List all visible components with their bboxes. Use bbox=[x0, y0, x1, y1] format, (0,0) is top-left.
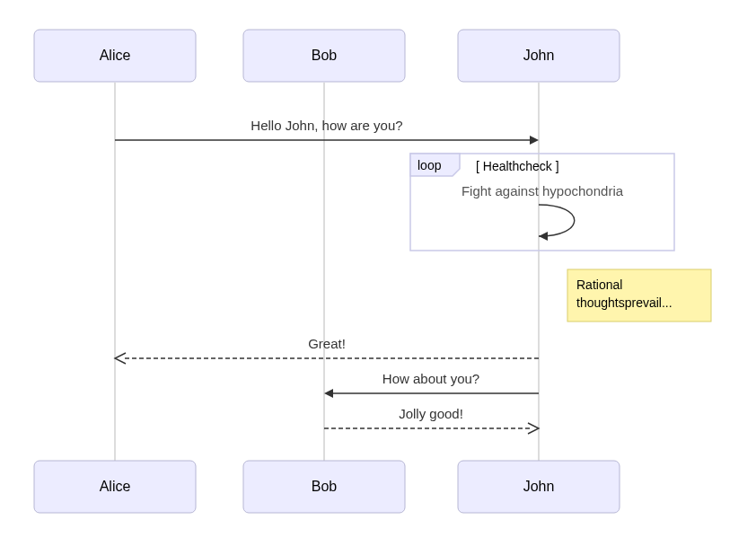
actor-alice-top-label: Alice bbox=[100, 48, 131, 63]
actor-john-bottom-label: John bbox=[523, 479, 555, 494]
msg-jolly-label: Jolly good! bbox=[399, 406, 463, 421]
msg-hello-label: Hello John, how are you? bbox=[251, 118, 402, 133]
note-line1: Rational bbox=[576, 278, 622, 292]
msg-hello-arrowhead bbox=[530, 136, 539, 145]
msg-howabout-arrowhead bbox=[324, 389, 333, 398]
msg-howabout-label: How about you? bbox=[382, 371, 479, 386]
loop-title: [ Healthcheck ] bbox=[476, 159, 559, 173]
self-loop-arrowhead bbox=[539, 232, 548, 241]
actor-john-top-label: John bbox=[523, 48, 555, 63]
actor-alice-bottom-label: Alice bbox=[100, 479, 131, 494]
msg-great-arrowhead bbox=[115, 353, 126, 364]
actor-bob-top-label: Bob bbox=[312, 48, 338, 63]
actor-bob-bottom-label: Bob bbox=[312, 479, 338, 494]
self-loop-arrow bbox=[539, 205, 575, 236]
loop-msg-label: Fight against hypochondria bbox=[462, 183, 624, 198]
note-line2: thoughtsprevail... bbox=[576, 295, 672, 310]
msg-great-label: Great! bbox=[308, 336, 346, 351]
sequence-diagram: Alice Bob John Alice Bob John Hello John… bbox=[0, 0, 756, 555]
loop-tag-label: loop bbox=[418, 158, 442, 172]
